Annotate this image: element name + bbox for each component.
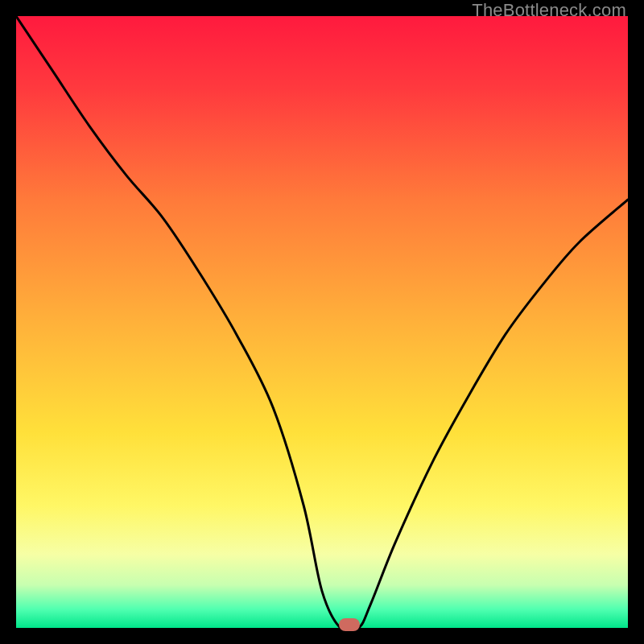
watermark-text: TheBottleneck.com xyxy=(472,0,626,21)
chart-frame xyxy=(16,16,628,628)
optimal-point-marker xyxy=(339,618,360,631)
gradient-background xyxy=(16,16,628,628)
bottleneck-chart xyxy=(16,16,628,628)
